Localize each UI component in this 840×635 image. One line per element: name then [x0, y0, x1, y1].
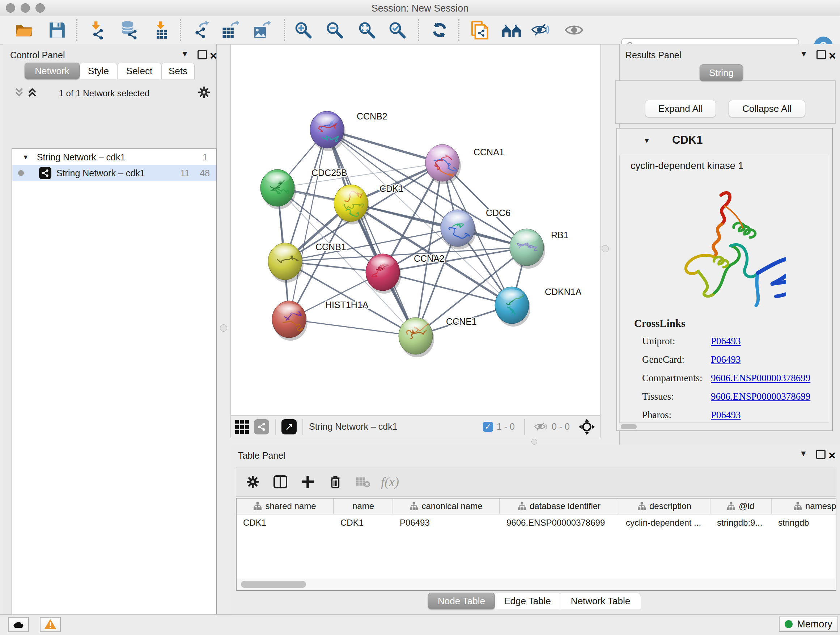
- column-header-database-identifier[interactable]: database identifier: [500, 499, 619, 514]
- show-columns-button[interactable]: [269, 470, 292, 494]
- column-header-shared-name[interactable]: shared name: [237, 499, 334, 514]
- network-edge[interactable]: [289, 130, 327, 319]
- scrollbar-thumb[interactable]: [241, 581, 306, 588]
- close-panel-icon[interactable]: ×: [829, 51, 836, 60]
- tab-network[interactable]: Network: [25, 63, 80, 79]
- zoom-fit-button[interactable]: [357, 20, 377, 40]
- crosslink-genecard-link[interactable]: P06493: [711, 354, 741, 365]
- network-type-badge-icon[interactable]: [254, 419, 269, 434]
- table-cell[interactable]: CDK1: [334, 515, 393, 531]
- network-node[interactable]: CDC6: [441, 208, 510, 249]
- memory-button[interactable]: Memory: [779, 616, 838, 632]
- collapse-gene-icon[interactable]: ▼: [643, 136, 651, 145]
- import-network-button[interactable]: [86, 20, 106, 40]
- zoom-out-button[interactable]: [325, 20, 345, 40]
- network-node[interactable]: CDKN1A: [495, 287, 582, 326]
- tab-sets[interactable]: Sets: [161, 63, 195, 79]
- expand-all-button[interactable]: Expand All: [645, 100, 716, 117]
- network-list-options-button[interactable]: [198, 87, 210, 100]
- delete-column-button[interactable]: [324, 470, 347, 494]
- table-header-row: shared namenamecanonical namedatabase id…: [237, 499, 836, 515]
- create-column-button[interactable]: [296, 470, 319, 494]
- column-header--id[interactable]: @id: [711, 499, 772, 514]
- network-edge[interactable]: [289, 319, 416, 336]
- close-panel-icon[interactable]: ×: [829, 451, 836, 460]
- results-scrollbar-thumb[interactable]: [621, 424, 637, 429]
- network-node[interactable]: HIST1H1A: [272, 300, 369, 340]
- network-collection-row[interactable]: ▼ String Network – cdk1 1: [12, 149, 216, 165]
- network-node[interactable]: CCNB2: [310, 111, 387, 151]
- selected-nodes-checkbox-icon[interactable]: ✓: [483, 422, 493, 432]
- table-row[interactable]: CDK1CDK1P064939606.ENSP00000378699cyclin…: [237, 515, 836, 531]
- duplicate-network-button[interactable]: [469, 20, 489, 40]
- column-header-namespace[interactable]: namespace: [772, 499, 836, 514]
- column-header-description[interactable]: description: [619, 499, 711, 514]
- column-header-name[interactable]: name: [334, 499, 393, 514]
- disclosure-triangle-icon[interactable]: ▼: [22, 154, 29, 161]
- export-table-button[interactable]: [219, 20, 240, 40]
- table-options-button[interactable]: [241, 470, 264, 494]
- network-graph[interactable]: CCNB2CCNA1CDC25BCDK1CDC6RB1CCNB1CCNA2CDK…: [231, 44, 600, 414]
- network-node[interactable]: RB1: [510, 229, 569, 269]
- table-cell[interactable]: stringdb: [772, 515, 836, 531]
- open-in-string-icon[interactable]: ↗: [281, 419, 297, 434]
- string-home-button[interactable]: [501, 20, 522, 40]
- bottom-splitter-handle[interactable]: [531, 439, 537, 445]
- warnings-button[interactable]: [40, 617, 61, 632]
- maximize-panel-icon[interactable]: [816, 450, 826, 459]
- import-network-from-database-button[interactable]: [119, 20, 139, 40]
- table-cell[interactable]: CDK1: [237, 515, 334, 531]
- separator: [275, 419, 276, 435]
- network-row-selected[interactable]: String Network – cdk1 11 48: [12, 165, 216, 181]
- table-cell[interactable]: 9606.ENSP00000378699: [500, 515, 619, 531]
- hide-glass-labels-button[interactable]: [531, 20, 551, 40]
- table-cell[interactable]: stringdb:9...: [711, 515, 772, 531]
- save-session-button[interactable]: [47, 20, 67, 40]
- crosslink-compartments-link[interactable]: 9606.ENSP00000378699: [711, 372, 810, 384]
- crosslink-uniprot-link[interactable]: P06493: [711, 336, 741, 347]
- close-panel-icon[interactable]: ×: [210, 51, 217, 60]
- import-table-button[interactable]: [150, 20, 171, 40]
- collapse-all-button[interactable]: Collapse All: [729, 100, 805, 117]
- network-edge[interactable]: [278, 163, 442, 188]
- network-canvas[interactable]: CCNB2CCNA1CDC25BCDK1CDC6RB1CCNB1CCNA2CDK…: [231, 44, 600, 415]
- tab-node-table[interactable]: Node Table: [428, 593, 495, 609]
- birds-eye-view-icon[interactable]: [235, 420, 249, 434]
- tab-network-table[interactable]: Network Table: [560, 593, 641, 609]
- cloud-status-button[interactable]: [8, 617, 29, 632]
- export-network-button[interactable]: [191, 20, 211, 40]
- tab-edge-table[interactable]: Edge Table: [495, 593, 560, 609]
- maximize-panel-icon[interactable]: [197, 50, 207, 59]
- table-cell[interactable]: P06493: [393, 515, 500, 531]
- float-panel-icon[interactable]: ▼: [181, 50, 189, 58]
- apply-layout-button[interactable]: [429, 20, 450, 40]
- open-session-button[interactable]: [14, 20, 34, 40]
- tab-select[interactable]: Select: [117, 63, 161, 79]
- right-splitter-handle[interactable]: [602, 245, 609, 252]
- collapse-all-networks-button[interactable]: [14, 87, 25, 99]
- export-image-button[interactable]: [251, 20, 271, 40]
- zoom-selected-button[interactable]: [387, 20, 407, 40]
- fit-selected-crosshair-icon[interactable]: [578, 418, 595, 435]
- float-panel-icon[interactable]: ▼: [800, 50, 808, 58]
- tab-string[interactable]: String: [699, 65, 743, 81]
- float-panel-icon[interactable]: ▼: [799, 450, 807, 458]
- maximize-panel-icon[interactable]: [816, 50, 826, 59]
- network-node[interactable]: CCNA1: [425, 144, 504, 184]
- crosslink-pharos-link[interactable]: P06493: [711, 409, 741, 421]
- column-header-canonical-name[interactable]: canonical name: [393, 499, 500, 514]
- selected-count: 1 - 0: [497, 421, 515, 432]
- houses-icon: [501, 20, 522, 40]
- left-splitter-handle[interactable]: [220, 325, 227, 332]
- tab-style[interactable]: Style: [80, 63, 117, 79]
- zoom-fit-icon: [357, 21, 376, 40]
- network-node[interactable]: CCNE1: [399, 317, 477, 357]
- show-graphics-details-button[interactable]: [564, 20, 584, 40]
- crosslink-tissues-link[interactable]: 9606.ENSP00000378699: [711, 391, 810, 402]
- table-cell[interactable]: cyclin-dependent ...: [619, 515, 711, 531]
- node-label: CDC6: [486, 208, 510, 218]
- table-horizontal-scrollbar[interactable]: [237, 578, 835, 590]
- zoom-in-button[interactable]: [293, 20, 313, 40]
- network-node[interactable]: CDK1: [334, 184, 404, 225]
- expand-all-networks-button[interactable]: [27, 87, 38, 99]
